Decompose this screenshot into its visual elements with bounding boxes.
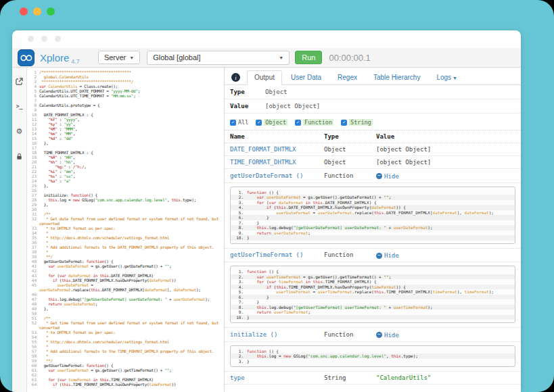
table-row: TIME_FORMAT_DHTMLXObject[object Object] — [225, 156, 521, 169]
server-dropdown-label: Server — [104, 53, 126, 62]
filter-all[interactable]: ✓All — [230, 119, 248, 126]
code-line: 37 * Add additional formats to the DATE_… — [27, 245, 224, 249]
window-controls — [20, 7, 55, 16]
line-number: 42 — [27, 268, 39, 273]
line-number: 10. — [231, 235, 247, 241]
code-line-text: CalendarUtils.UTC_TIME_FORMAT = "HH:mm:s… — [39, 93, 224, 98]
summary-value: Object — [265, 89, 287, 95]
line-number: 2. — [231, 195, 247, 200]
code-editor[interactable]: 1/**************************************… — [27, 68, 225, 392]
checkbox-checked-icon[interactable]: ✓ — [295, 120, 301, 126]
code-line: 31 /** — [27, 212, 224, 216]
output-content: TypeObjectValue[object Object] ✓All✓Obje… — [225, 85, 521, 392]
line-number: 59 — [27, 358, 39, 363]
server-dropdown[interactable]: Server ▼ — [98, 51, 140, 64]
checkbox-checked-icon[interactable]: ✓ — [341, 120, 347, 126]
tab-logs[interactable]: Logs ▼ — [429, 70, 465, 85]
checkbox-checked-icon[interactable]: ✓ — [256, 120, 262, 126]
filter-function[interactable]: ✓Function — [295, 119, 333, 126]
lock-icon[interactable] — [15, 151, 24, 161]
code-line-text: "%i" : "mm", — [39, 169, 224, 174]
cell-type: Function — [324, 331, 376, 338]
property-link[interactable]: DATE_FORMAT_DHTMLX — [230, 146, 296, 153]
line-number: 32 — [27, 216, 39, 226]
line-number: 55 — [27, 339, 39, 344]
hide-link[interactable]: −Hide — [376, 252, 399, 259]
property-link[interactable]: type — [230, 374, 245, 381]
line-number: 8. — [231, 225, 247, 230]
code-line: 46 — [27, 292, 224, 297]
code-line-text: for (var timeFormat in this.TIME_FORMAT_… — [39, 377, 224, 382]
terminal-icon[interactable]: >_ — [15, 101, 24, 111]
code-line: 63 for (var timeFormat in this.TIME_FORM… — [27, 377, 224, 382]
code-line-text — [39, 145, 224, 150]
tab-user-data[interactable]: User Data — [283, 70, 329, 85]
code-line: 61 var userTimeFormat = gs.getUser().get… — [27, 368, 224, 372]
tab-output[interactable]: Output — [247, 70, 282, 85]
tab-bar: i OutputUser DataRegexTable HierarchyLog… — [225, 68, 521, 85]
zoom-window-button[interactable] — [47, 7, 55, 16]
scope-select[interactable]: Global [global] ▼ — [147, 51, 290, 65]
line-number: 6. — [231, 295, 247, 300]
line-number: 30 — [27, 207, 39, 212]
line-number: 33 — [27, 226, 39, 230]
code-line: 24 "%a" : "a" — [27, 178, 224, 183]
type-filters: ✓All✓Object✓Function✓String — [225, 114, 521, 130]
tab-regex[interactable]: Regex — [330, 70, 365, 85]
filter-object[interactable]: ✓Object — [256, 119, 287, 126]
code-line-text: DATE_FORMAT_DHTMLX : { — [39, 112, 224, 117]
run-button[interactable]: Run — [295, 51, 322, 64]
tab-table-hierarchy[interactable]: Table Hierarchy — [366, 70, 428, 85]
code-line: 9 — [27, 107, 224, 112]
code-line: 1/**************************************… — [27, 70, 224, 74]
filter-string[interactable]: ✓String — [341, 119, 373, 126]
property-link[interactable]: TIME_FORMAT_DHTMLX — [230, 159, 296, 166]
open-in-new-window-icon[interactable] — [15, 76, 24, 86]
code-line-text — [39, 98, 224, 103]
line-number: 44 — [27, 278, 39, 283]
gear-icon[interactable]: ⚙ — [15, 126, 24, 136]
property-link[interactable]: initialize () — [230, 331, 277, 338]
cell-type: Function — [324, 251, 376, 258]
function-source: 1.function () {2. var userDateFormat = g… — [230, 187, 515, 244]
code-line: 52 * Get time format from user defined f… — [27, 320, 224, 330]
function-code-line: 6. } — [231, 215, 515, 220]
hide-link[interactable]: −Hide — [376, 332, 399, 339]
line-number: 2. — [231, 353, 247, 359]
close-window-button[interactable] — [20, 7, 28, 16]
code-line: 26 — [27, 188, 224, 193]
property-link[interactable]: getUserTimeFormat () — [230, 251, 303, 258]
line-number: 8 — [27, 103, 39, 107]
table-row: typeString"CalendarUtils" — [225, 372, 521, 385]
code-line: 21 "%g:" : /^h:/, — [27, 164, 224, 169]
minimize-window-button[interactable] — [33, 7, 41, 16]
function-code-line: 3.} — [231, 359, 515, 364]
line-number: 11 — [27, 117, 39, 122]
function-code-line: 4. if (this.DATE_FORMAT_DHTMLX.hasOwnPro… — [231, 205, 515, 210]
hide-link[interactable]: −Hide — [376, 173, 399, 180]
code-line: 3 **************************************… — [27, 79, 224, 84]
table-row: getUserDateFormat ()Function−Hide — [225, 169, 521, 183]
code-line: 55 * http://docs.dhtmlx.com/scheduler/se… — [27, 339, 224, 344]
line-number: 56 — [27, 344, 39, 349]
line-number: 49 — [27, 306, 39, 311]
output-panel: i OutputUser DataRegexTable HierarchyLog… — [225, 68, 521, 392]
line-number: 12 — [27, 122, 39, 126]
line-number: 28 — [27, 197, 39, 202]
info-icon[interactable]: i — [231, 73, 240, 82]
cell-type: Object — [324, 159, 376, 166]
checkbox-checked-icon[interactable]: ✓ — [230, 120, 236, 126]
string-value: "CalendarUtils" — [376, 374, 431, 381]
code-line: 58 * — [27, 353, 224, 358]
code-line: 13 "%M" : "MMM", — [27, 126, 224, 131]
filter-label: Function — [303, 119, 333, 126]
property-link[interactable]: getUserDateFormat () — [230, 172, 303, 179]
xplore-app-window: Xplore4.7 Server ▼ Global [global] ▼ Run… — [12, 30, 521, 392]
code-line: 18 TIME_FORMAT_DHTMLX : { — [27, 150, 224, 155]
line-number: 37 — [27, 245, 39, 249]
function-code-line: 5. userDateFormat = userDateFormat.repla… — [231, 210, 515, 216]
table-row: initialize ()Function−Hide — [225, 328, 521, 342]
line-number: 24 — [27, 178, 39, 183]
code-line: 17 — [27, 145, 224, 150]
line-number: 57 — [27, 349, 39, 353]
